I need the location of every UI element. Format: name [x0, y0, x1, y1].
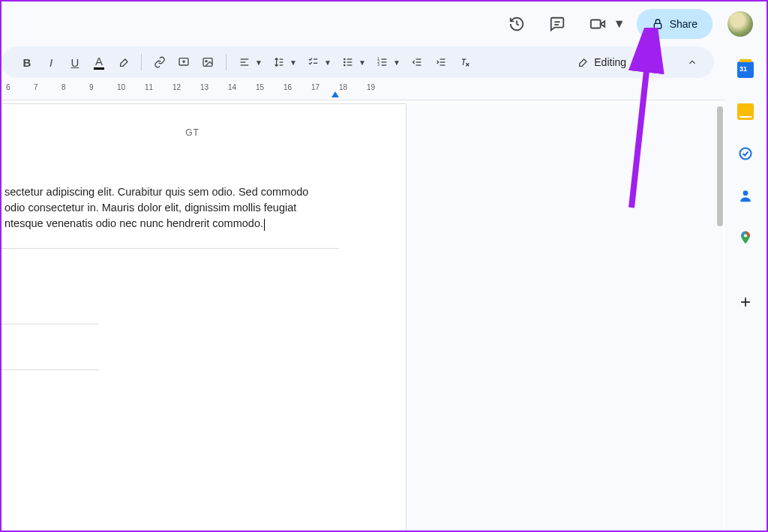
underline-button[interactable]: U [64, 52, 86, 73]
add-comment-button[interactable] [173, 52, 194, 73]
caret-down-icon: ▼ [613, 17, 626, 31]
caret-down-icon: ▼ [290, 58, 300, 67]
page-header-text: GT [2, 127, 383, 139]
formatting-toolbar: B I U A ▼ ▼ [2, 46, 714, 78]
clear-formatting-button[interactable] [454, 52, 476, 73]
bold-button[interactable]: B [16, 52, 38, 73]
header-bar: ▼ Share [2, 1, 766, 46]
history-icon[interactable] [502, 9, 532, 39]
bulleted-list-icon [338, 52, 358, 73]
increase-indent-button[interactable] [430, 52, 452, 73]
ruler-mark: 12 [172, 83, 181, 91]
document-page[interactable]: GT sectetur adipiscing elit. Curabitur q… [2, 103, 406, 531]
decrease-indent-button[interactable] [406, 52, 428, 73]
text-cursor [264, 219, 265, 231]
account-avatar[interactable] [728, 11, 753, 37]
caret-down-icon: ▼ [255, 58, 266, 67]
contacts-icon[interactable] [737, 187, 754, 204]
tasks-icon[interactable] [737, 145, 754, 162]
caret-down-icon: ▼ [324, 58, 334, 67]
checklist-dropdown[interactable]: ▼ [303, 52, 334, 73]
ruler-mark: 9 [89, 83, 94, 91]
ruler-mark: 6 [6, 83, 10, 91]
italic-button[interactable]: I [40, 52, 62, 73]
svg-point-19 [344, 58, 345, 59]
ruler-mark: 18 [339, 83, 347, 91]
ruler-mark: 14 [228, 83, 236, 91]
svg-rect-2 [590, 20, 600, 28]
numbered-list-icon: 123 [372, 52, 393, 73]
text-color-button[interactable]: A [88, 52, 110, 73]
keep-icon[interactable] [737, 103, 754, 120]
align-dropdown[interactable]: ▼ [234, 52, 266, 73]
horizontal-ruler[interactable]: 678910111213141516171819 [2, 82, 766, 100]
line-spacing-dropdown[interactable]: ▼ [268, 52, 300, 73]
ruler-mark: 15 [256, 83, 264, 91]
toolbar-container: B I U A ▼ ▼ [2, 46, 766, 82]
insert-image-button[interactable] [197, 52, 218, 73]
caret-down-icon: ▼ [358, 58, 369, 67]
caret-down-icon: ▼ [637, 58, 644, 67]
comments-icon[interactable] [542, 9, 572, 39]
ruler-mark: 19 [367, 83, 375, 91]
horizontal-divider [2, 324, 99, 324]
pencil-icon [576, 56, 588, 68]
svg-point-9 [206, 61, 207, 62]
calendar-icon[interactable] [737, 61, 754, 78]
ruler-mark: 13 [200, 83, 208, 91]
highlight-button[interactable] [112, 52, 134, 73]
document-canvas: GT sectetur adipiscing elit. Curabitur q… [2, 103, 723, 531]
ruler-mark: 17 [311, 83, 320, 91]
insert-link-button[interactable] [149, 52, 170, 73]
ruler-mark: 8 [62, 83, 66, 91]
collapse-toolbar-button[interactable] [681, 51, 704, 73]
ruler-mark: 10 [117, 83, 125, 91]
editing-mode-dropdown[interactable]: Editing ▼ [568, 53, 652, 71]
body-line: ntesque venenatis odio nec nunc hendreri… [4, 216, 383, 232]
maps-icon[interactable] [737, 229, 754, 246]
video-icon [583, 9, 613, 39]
separator [226, 54, 226, 70]
checklist-icon [303, 52, 324, 73]
separator [659, 54, 660, 70]
add-addon-icon[interactable]: + [737, 294, 754, 310]
numbered-list-dropdown[interactable]: 123 ▼ [372, 52, 404, 73]
body-line: sectetur adipiscing elit. Curabitur quis… [4, 184, 383, 200]
right-margin-marker[interactable] [332, 91, 339, 97]
side-panel: + [724, 48, 766, 531]
svg-point-23 [344, 64, 345, 65]
vertical-scrollbar-thumb[interactable] [717, 106, 723, 226]
lock-icon [652, 18, 664, 30]
svg-point-21 [344, 61, 345, 62]
share-button[interactable]: Share [637, 9, 712, 39]
svg-rect-4 [654, 23, 661, 28]
body-line: odio consectetur in. Mauris dolor elit, … [4, 200, 383, 216]
caret-down-icon: ▼ [393, 58, 404, 67]
svg-point-43 [744, 234, 747, 237]
meet-dropdown[interactable]: ▼ [583, 9, 626, 39]
bulleted-list-dropdown[interactable]: ▼ [338, 52, 369, 73]
svg-line-38 [463, 59, 464, 65]
svg-point-42 [743, 190, 748, 196]
horizontal-divider [2, 369, 99, 370]
line-spacing-icon [268, 52, 290, 73]
horizontal-divider [2, 248, 339, 249]
editing-mode-label: Editing [594, 56, 626, 68]
ruler-mark: 7 [34, 83, 38, 91]
share-label: Share [670, 18, 698, 30]
svg-text:3: 3 [377, 63, 380, 67]
ruler-mark: 11 [145, 83, 153, 91]
separator [141, 54, 142, 70]
ruler-mark: 16 [284, 83, 292, 91]
align-icon [234, 52, 255, 73]
